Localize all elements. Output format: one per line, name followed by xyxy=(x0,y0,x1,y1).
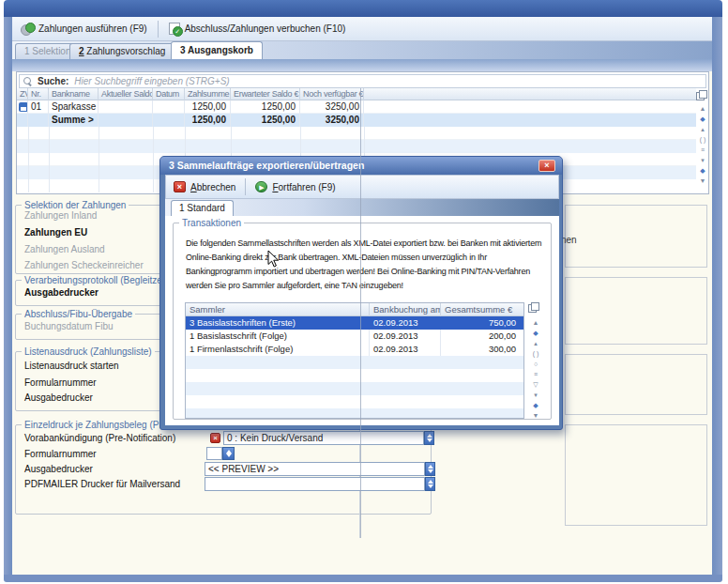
formularnummer-spinner[interactable] xyxy=(222,447,235,460)
empty-row xyxy=(17,140,696,153)
sidebar-item-listenausdruck-starten[interactable]: Listenausdruck starten xyxy=(24,361,119,371)
window-title-bar xyxy=(4,0,722,17)
col-datum[interactable]: Datum xyxy=(153,88,185,100)
col-zv[interactable]: ZV xyxy=(17,88,28,100)
sammler-table-header[interactable]: Sammler Bankbuchung am Gesamtsumme € xyxy=(186,303,523,316)
nav-prev-icon: ▴ xyxy=(534,338,538,348)
nav-bracket-icon: ( ) xyxy=(533,348,539,359)
col-gesamtsumme[interactable]: Gesamtsumme € xyxy=(441,303,523,316)
cell-gesamtsumme: 750,00 xyxy=(441,316,520,330)
sammler-row-1[interactable]: 3 Basislastschriften (Erste) 02.09.2013 … xyxy=(186,316,523,330)
grid-line xyxy=(28,127,29,192)
cell-sammler: 3 Basislastschriften (Erste) xyxy=(186,316,370,330)
sidebar-item-zahlungen-eu[interactable]: Zahlungen EU xyxy=(24,227,87,238)
tab-zahlungsvorschlag[interactable]: 2 Zahlungsvorschlag xyxy=(69,43,174,59)
col-aktueller-saldo[interactable]: Aktueller Saldo € xyxy=(99,88,153,100)
sammler-row-3[interactable]: 1 Firmenlastschrift (Folge) 02.09.2013 3… xyxy=(186,343,523,356)
nav-down-icon: ◆ xyxy=(533,400,538,410)
empty-row xyxy=(17,127,696,140)
green-arrow-icon: ▶ xyxy=(255,181,267,192)
sammler-row-2[interactable]: 1 Basislastschrift (Folge) 02.09.2013 20… xyxy=(186,330,523,343)
dialog-title[interactable]: 3 Sammelaufträge exportieren/übertragen xyxy=(160,157,562,175)
background-groupbox xyxy=(565,424,707,526)
nav-prev-icon: ▴ xyxy=(701,124,705,134)
continue-button[interactable]: ▶ Fortfahren (F9) xyxy=(248,177,342,196)
cell-gesamtsumme: 200,00 xyxy=(441,330,520,343)
sammler-table: Sammler Bankbuchung am Gesamtsumme € 3 B… xyxy=(185,302,524,419)
sum-noch-verfuegbar: 3250,00 xyxy=(300,114,364,127)
col-bankbuchung[interactable]: Bankbuchung am xyxy=(370,303,441,316)
cell-aktueller-saldo xyxy=(99,100,153,114)
col-zahlsumme[interactable]: Zahlsumme € xyxy=(185,88,231,100)
col-sammler[interactable]: Sammler xyxy=(186,303,370,316)
nav-filter-icon: ▽ xyxy=(533,379,538,390)
payments-table-header[interactable]: ZV Nr. Bankname Aktueller Saldo € Datum … xyxy=(17,88,696,100)
table-sum-row: Summe > 1250,00 1250,00 3250,00 xyxy=(17,114,696,127)
cell-bankbuchung: 02.09.2013 xyxy=(370,316,441,330)
nav-list-icon: ≡ xyxy=(701,145,705,155)
nav-up-icon: ◆ xyxy=(533,328,538,338)
nav-last-icon: ▼ xyxy=(533,410,539,421)
vorabankuendigung-select[interactable]: 0 : Kein Druck/Versand xyxy=(223,431,424,445)
sidebar-item-zahlungen-inland[interactable]: Zahlungen Inland xyxy=(24,210,97,221)
sidebar-item-formularnummer-1[interactable]: Formularnummer xyxy=(24,377,97,388)
pdfmailer-dropdown-button[interactable] xyxy=(425,477,435,491)
table-row-sparkasse[interactable]: 01 Sparkasse 1250,00 1250,00 3250,00 xyxy=(17,100,696,114)
cell-gesamtsumme: 300,00 xyxy=(441,343,520,356)
nav-up-icon: ◆ xyxy=(700,114,705,124)
red-x-icon: × xyxy=(210,433,220,443)
col-noch-verfuegbar[interactable]: Noch verfügbar € xyxy=(300,88,364,100)
sum-label: Summe > xyxy=(49,114,99,127)
col-bankname[interactable]: Bankname xyxy=(49,88,99,100)
toolbar-separator xyxy=(158,21,159,38)
document-check-icon xyxy=(169,23,180,35)
sidebar-item-ausgabedrucker-3[interactable]: Ausgabedrucker xyxy=(24,464,93,474)
red-x-icon: × xyxy=(174,181,186,192)
vorabankuendigung-dropdown-button[interactable] xyxy=(424,431,434,445)
sidebar-item-vorabankuendigung[interactable]: Vorabankündigung (Pre-Notification) xyxy=(24,433,175,443)
empty-row xyxy=(186,382,523,395)
cancel-button[interactable]: × Abbrechen xyxy=(166,177,243,196)
dialog-toolbar: × Abbrechen ▶ Fortfahren (F9) xyxy=(165,175,559,199)
col-nr[interactable]: Nr. xyxy=(28,88,49,100)
cell-sammler: 1 Basislastschrift (Folge) xyxy=(186,330,370,343)
sidebar-item-buchungsdatum-fibu[interactable]: Buchungsdatum Fibu xyxy=(24,321,114,331)
window-border-bottom xyxy=(4,575,722,582)
nav-down-icon: ◆ xyxy=(700,165,705,176)
sidebar-item-ausgabedrucker-1[interactable]: Ausgabedrucker xyxy=(24,287,99,298)
group-title: Transaktionen xyxy=(179,218,244,228)
floppy-transfer-icon xyxy=(19,102,28,112)
pdfmailer-select[interactable] xyxy=(205,477,425,491)
sum-erwarteter-saldo: 1250,00 xyxy=(231,114,300,127)
cell-bankbuchung: 02.09.2013 xyxy=(370,343,441,356)
application-window: Zahlungen ausführen (F9) Abschluss/Zahlu… xyxy=(0,0,728,584)
execute-payments-label: Zahlungen ausführen (F9) xyxy=(38,23,147,34)
book-payments-label: Abschluss/Zahlungen verbuchen (F10) xyxy=(185,23,346,34)
sidebar-item-ausgabedrucker-2[interactable]: Ausgabedrucker xyxy=(24,392,93,403)
tab-standard[interactable]: 1 Standard xyxy=(171,200,234,216)
book-payments-button[interactable]: Abschluss/Zahlungen verbuchen (F10) xyxy=(160,19,355,39)
dialog-info-text: Die folgenden Sammellastschriften werden… xyxy=(186,237,542,293)
execute-payments-button[interactable]: Zahlungen ausführen (F9) xyxy=(12,19,156,39)
close-icon[interactable]: × xyxy=(538,160,555,172)
search-icon xyxy=(23,77,32,85)
dialog-nav-strip[interactable]: ▲◆▴ ( )○≡ ▽▾◆▼ xyxy=(528,317,543,421)
tab-ausgangskorb[interactable]: 3 Ausgangskorb xyxy=(171,41,263,59)
col-erwarteter-saldo[interactable]: Erwarteter Saldo € xyxy=(231,88,300,100)
table-nav-strip[interactable]: ▲◆▴ ( )≡ ▾◆▼ xyxy=(696,103,709,186)
search-bar[interactable]: Suche: Hier Suchbegriff eingeben (STRG+S… xyxy=(19,74,706,88)
grid-line xyxy=(153,127,154,192)
search-label: Suche: xyxy=(38,76,68,86)
sidebar-item-formularnummer-2[interactable]: Formularnummer xyxy=(24,449,97,459)
ausgabedrucker-select[interactable]: << PREVIEW >> xyxy=(205,462,425,476)
sidebar-item-pdfmailer[interactable]: PDFMAILER Drucker für Mailversand xyxy=(24,479,180,489)
sidebar-item-zahlungen-ausland[interactable]: Zahlungen Ausland xyxy=(24,244,105,254)
main-toolbar: Zahlungen ausführen (F9) Abschluss/Zahlu… xyxy=(12,17,712,41)
cancel-label: Abbrechen xyxy=(190,182,235,192)
formularnummer-input[interactable] xyxy=(206,447,222,460)
sidebar-item-zahlungen-scheckeinreicher[interactable]: Zahlungen Scheckeinreicher xyxy=(24,260,144,270)
empty-row xyxy=(186,395,523,408)
group-title: Abschluss/Fibu-Übergabe xyxy=(22,309,135,319)
nav-list-icon: ≡ xyxy=(534,369,538,379)
ausgabedrucker-dropdown-button[interactable] xyxy=(425,462,435,476)
